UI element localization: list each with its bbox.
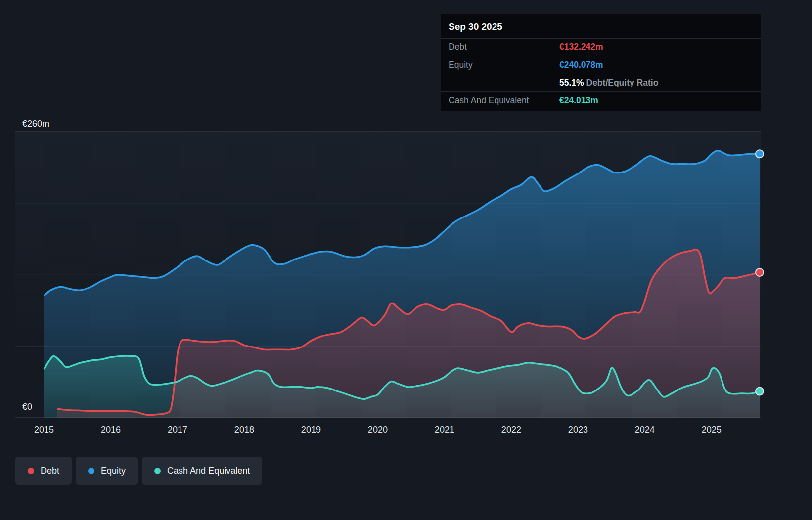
legend-label: Cash And Equivalent <box>167 466 250 476</box>
tooltip-row-ratio: 55.1% Debt/Equity Ratio <box>441 74 761 91</box>
tooltip-debt-label: Debt <box>449 42 559 52</box>
tooltip-cash-value: €24.013m <box>559 95 753 106</box>
legend: DebtEquityCash And Equivalent <box>15 457 262 485</box>
legend-label: Debt <box>41 466 59 476</box>
legend-item-debt[interactable]: Debt <box>15 457 72 485</box>
tooltip-ratio-value: 55.1% <box>559 78 584 87</box>
tooltip-debt-value: €132.242m <box>559 42 753 52</box>
debt-legend-dot <box>28 468 34 474</box>
cash-legend-dot <box>154 468 161 474</box>
tooltip-ratio-label: Debt/Equity Ratio <box>586 78 659 87</box>
tooltip-row-equity: Equity €240.078m <box>441 56 761 74</box>
tooltip-equity-label: Equity <box>449 60 559 70</box>
legend-item-cash[interactable]: Cash And Equivalent <box>142 457 262 485</box>
y-axis-label-max: €260m <box>22 119 49 129</box>
tooltip-equity-value: €240.078m <box>559 60 753 70</box>
tooltip-date: Sep 30 2025 <box>441 15 761 38</box>
tooltip-ratio: 55.1% Debt/Equity Ratio <box>559 78 753 88</box>
legend-label: Equity <box>101 466 126 476</box>
tooltip-row-cash: Cash And Equivalent €24.013m <box>441 91 761 109</box>
equity-legend-dot <box>88 468 94 474</box>
legend-item-equity[interactable]: Equity <box>76 457 138 485</box>
equity-end-marker[interactable] <box>756 150 764 158</box>
tooltip-row-debt: Debt €132.242m <box>441 38 761 56</box>
cash-end-marker[interactable] <box>756 388 764 395</box>
y-axis-label-zero: €0 <box>22 402 32 412</box>
tooltip-cash-label: Cash And Equivalent <box>449 95 559 106</box>
debt-end-marker[interactable] <box>756 268 764 276</box>
tooltip: Sep 30 2025 Debt €132.242m Equity €240.0… <box>441 14 761 111</box>
